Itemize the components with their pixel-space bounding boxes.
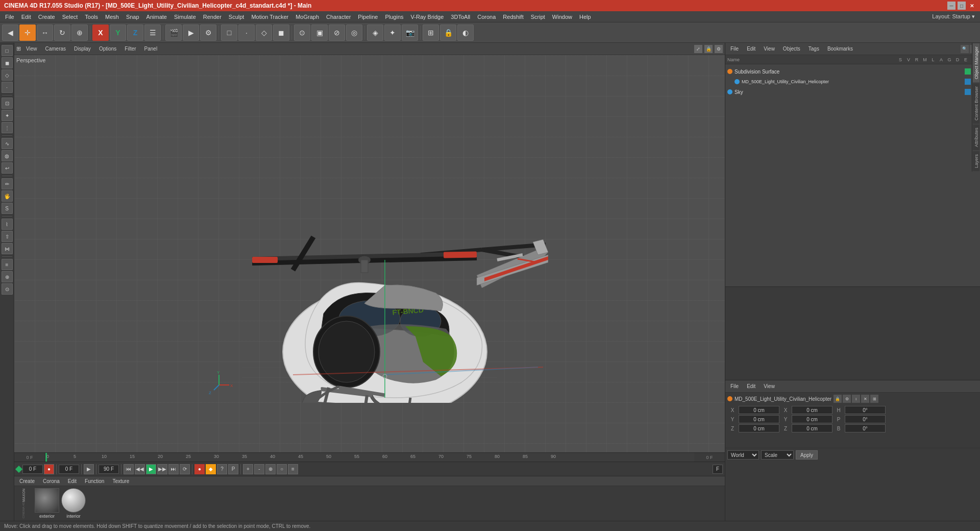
input-b[interactable] xyxy=(845,424,886,432)
om-edit-menu[interactable]: Edit xyxy=(744,45,758,53)
render-settings-button[interactable]: ⚙ xyxy=(200,25,216,41)
om-item-subdivision[interactable]: Subdivision Surface xyxy=(725,66,980,77)
x-axis-button[interactable]: X xyxy=(92,25,109,41)
input-y-pos[interactable] xyxy=(739,415,779,423)
menu-3dtoall[interactable]: 3DToAll xyxy=(448,13,473,21)
apply-button[interactable]: Apply xyxy=(796,450,818,460)
preview-button[interactable]: ▶ xyxy=(84,464,94,474)
grid-button[interactable]: ⊞ xyxy=(423,25,439,41)
menu-edit[interactable]: Edit xyxy=(18,13,34,21)
menu-pipeline[interactable]: Pipeline xyxy=(355,13,381,21)
go-start-button[interactable]: ⏮ xyxy=(124,464,134,474)
spline-tool[interactable]: ∿ xyxy=(2,138,13,149)
menu-script[interactable]: Script xyxy=(528,13,548,21)
menu-window[interactable]: Window xyxy=(549,13,575,21)
menu-create[interactable]: Create xyxy=(35,13,58,21)
cameras-menu[interactable]: Cameras xyxy=(42,45,69,53)
step-back-button[interactable]: ◀◀ xyxy=(135,464,145,474)
null-tool[interactable]: ✦ xyxy=(2,110,13,121)
menu-file[interactable]: File xyxy=(2,13,17,21)
play-button[interactable]: ▶ xyxy=(146,464,156,474)
mat-corona-tab[interactable]: Corona xyxy=(40,477,63,485)
brush-tool[interactable]: ✏ xyxy=(2,178,13,189)
fcurve-button[interactable]: P xyxy=(228,464,238,474)
om-objects-menu[interactable]: Objects xyxy=(780,45,803,53)
point-mode-button[interactable]: · xyxy=(238,25,255,41)
input-x-rot[interactable] xyxy=(792,406,832,414)
lasso-button[interactable]: ⊘ xyxy=(329,25,345,41)
attr-view-tab[interactable]: View xyxy=(761,382,778,390)
mat-item-interior[interactable]: interior xyxy=(61,488,86,519)
maximize-button[interactable]: □ xyxy=(958,2,966,10)
lights-button[interactable]: ✦ xyxy=(384,25,401,41)
point-tool[interactable]: · xyxy=(2,82,13,93)
polygon-tool[interactable]: ◼ xyxy=(2,57,13,68)
menu-mograph[interactable]: MoGraph xyxy=(292,13,322,21)
om-bookmarks-menu[interactable]: Bookmarks xyxy=(824,45,856,53)
render-region-button[interactable]: 🎬 xyxy=(165,25,182,41)
menu-character[interactable]: Character xyxy=(323,13,354,21)
motion-clip-btn[interactable]: ○ xyxy=(277,464,287,474)
menu-simulate[interactable]: Simulate xyxy=(171,13,199,21)
side-tab-content-browser[interactable]: Content Browser xyxy=(972,83,980,124)
motion-button[interactable]: ? xyxy=(217,464,227,474)
mat-create-tab[interactable]: Create xyxy=(16,477,38,485)
mat-function-tab[interactable]: Function xyxy=(82,477,107,485)
close-button[interactable]: ✕ xyxy=(968,2,976,10)
current-frame-input[interactable] xyxy=(22,465,43,474)
menu-animate[interactable]: Animate xyxy=(143,13,170,21)
options-menu[interactable]: Options xyxy=(96,45,119,53)
filter-menu[interactable]: Filter xyxy=(121,45,139,53)
remove-keyframe-btn[interactable]: - xyxy=(254,464,264,474)
layer-tool-3[interactable]: ⊙ xyxy=(2,283,13,295)
menu-vray-bridge[interactable]: V-Ray Bridge xyxy=(408,13,447,21)
edge-tool[interactable]: ◇ xyxy=(2,69,13,81)
input-x-pos[interactable] xyxy=(739,406,779,414)
bevel-tool[interactable]: ⋈ xyxy=(2,243,13,254)
attr-info-icon[interactable]: i xyxy=(852,395,860,403)
model-tool[interactable]: □ xyxy=(2,45,13,56)
layer-tool-2[interactable]: ⊕ xyxy=(2,271,13,282)
menu-render[interactable]: Render xyxy=(200,13,225,21)
sweep-tool[interactable]: ◍ xyxy=(2,150,13,161)
auto-key-button[interactable]: ● xyxy=(44,464,54,474)
add-keyframe-btn[interactable]: + xyxy=(243,464,253,474)
undo-button[interactable]: ◀ xyxy=(2,25,18,41)
knife-tool[interactable]: ⌇ xyxy=(2,219,13,230)
menu-corona[interactable]: Corona xyxy=(474,13,499,21)
attr-file-tab[interactable]: File xyxy=(727,382,742,390)
sculpt-tool[interactable]: 🖐 xyxy=(2,190,13,202)
local-axis-button[interactable]: ☰ xyxy=(144,25,161,41)
side-tab-layers[interactable]: Layers xyxy=(972,151,980,172)
menu-sculpt[interactable]: Sculpt xyxy=(226,13,248,21)
input-y-rot[interactable] xyxy=(792,415,832,423)
side-tab-object-manager[interactable]: Object Manager xyxy=(972,43,980,83)
maximize-viewport-icon[interactable]: ⤢ xyxy=(694,45,702,53)
menu-redshift[interactable]: Redshift xyxy=(500,13,526,21)
panel-menu[interactable]: Panel xyxy=(141,45,161,53)
loop-select-button[interactable]: ◎ xyxy=(346,25,362,41)
input-z-pos[interactable] xyxy=(739,424,779,432)
menu-select[interactable]: Select xyxy=(59,13,81,21)
step-forward-button[interactable]: ▶▶ xyxy=(157,464,167,474)
snap-button[interactable]: 🔒 xyxy=(440,25,456,41)
move-tool-button[interactable]: ✛ xyxy=(19,25,36,41)
transform-button[interactable]: ⊕ xyxy=(71,25,88,41)
om-search-icon[interactable]: 🔍 xyxy=(961,45,969,53)
mat-texture-tab[interactable]: Texture xyxy=(109,477,132,485)
extrude-tool[interactable]: ⇧ xyxy=(2,231,13,242)
menu-plugins[interactable]: Plugins xyxy=(382,13,406,21)
attr-lock-icon[interactable]: 🔒 xyxy=(834,395,842,403)
side-tab-attributes[interactable]: Attributes xyxy=(972,124,980,151)
model-mode-button[interactable]: □ xyxy=(221,25,237,41)
deform-button[interactable]: ◐ xyxy=(457,25,474,41)
attr-edit-tab[interactable]: Edit xyxy=(744,382,758,390)
om-tags-menu[interactable]: Tags xyxy=(805,45,822,53)
z-axis-button[interactable]: Z xyxy=(127,25,143,41)
go-end-button[interactable]: ⏭ xyxy=(168,464,179,474)
keyframe-button[interactable]: ◆ xyxy=(206,464,216,474)
frame-start-input[interactable] xyxy=(59,465,79,474)
y-axis-button[interactable]: Y xyxy=(110,25,126,41)
rotate-tool-button[interactable]: ↻ xyxy=(54,25,70,41)
attr-expand-icon[interactable]: ⊞ xyxy=(870,395,878,403)
